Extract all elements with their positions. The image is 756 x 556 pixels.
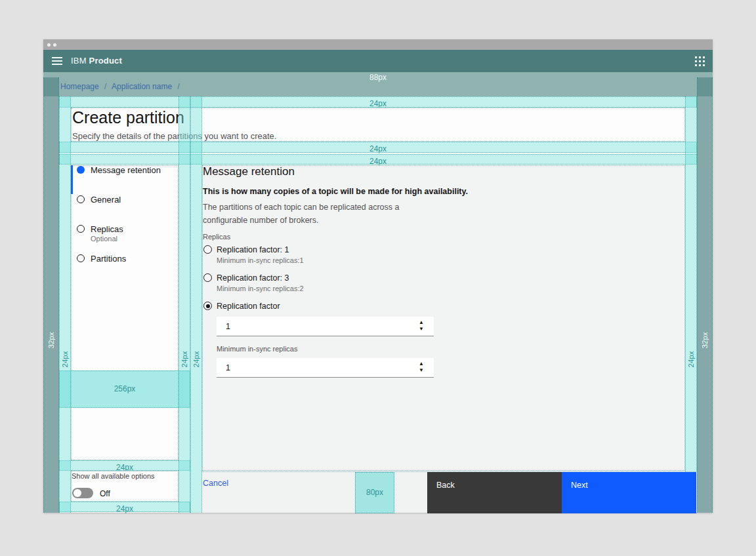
progress-sidebar xyxy=(71,165,178,460)
breadcrumb-separator: / xyxy=(177,82,179,91)
step-incomplete-icon xyxy=(77,254,85,262)
radio-helper-text: Minimum in-sync replicas:2 xyxy=(217,285,304,292)
active-step-indicator xyxy=(71,165,73,194)
min-insync-input[interactable]: 1 ▲▼ xyxy=(217,358,434,378)
back-button-label: Back xyxy=(436,481,455,490)
radio-label[interactable]: Replication factor: 3 xyxy=(217,273,289,283)
app-switcher-icon[interactable] xyxy=(695,56,705,66)
step-optional-label: Optional xyxy=(91,235,117,243)
step-description: The partitions of each topic can be repl… xyxy=(203,201,432,227)
radio-replication-factor-custom[interactable] xyxy=(203,302,212,310)
annotation-band-above-content: 24px xyxy=(59,154,697,165)
annotation-label: 24px xyxy=(687,351,695,368)
wizard-footer: Cancel 80px Back Next xyxy=(202,471,696,513)
radio-helper-text: Minimum in-sync replicas:1 xyxy=(217,256,304,264)
breadcrumb: Homepage / Application name / xyxy=(60,82,183,91)
step-incomplete-icon xyxy=(77,195,85,203)
input-value: 1 xyxy=(226,363,230,372)
annotation-right-outer-margin: 32px xyxy=(697,77,713,513)
next-button[interactable]: Next xyxy=(562,472,696,513)
annotation-left-outer-margin: 32px xyxy=(43,77,59,513)
annotation-label: 256px xyxy=(114,384,136,393)
annotation-label: 24px xyxy=(61,351,69,368)
annotation-label: 80px xyxy=(366,488,383,497)
canvas: IBM Product 88px Homepage / Application … xyxy=(0,0,756,556)
toggle-knob-icon xyxy=(74,489,81,497)
annotation-header-height: 88px xyxy=(43,73,713,82)
step-label: Partitions xyxy=(91,254,126,264)
annotation-left-inner-margin: 24px xyxy=(59,96,71,513)
radio-replication-factor-3[interactable] xyxy=(203,273,212,282)
input-value: 1 xyxy=(226,322,230,331)
annotation-right-inner-margin: 24px xyxy=(685,96,697,471)
number-stepper-icon[interactable]: ▲▼ xyxy=(417,319,426,332)
annotation-sidebar-gap-bottom: 24px xyxy=(59,502,190,512)
window-control-icon[interactable] xyxy=(53,43,56,47)
annotation-label: 24px xyxy=(116,504,133,514)
breadcrumb-band: 88px Homepage / Application name / xyxy=(43,72,713,96)
toggle-label: Show all available options xyxy=(72,472,155,480)
step-label: Replicas xyxy=(91,224,123,234)
annotation-gutter-b: 24px xyxy=(190,96,202,513)
min-insync-label: Minimum in-sync replicas xyxy=(217,345,297,353)
step-label: Message retention xyxy=(91,165,161,175)
annotation-sidebar-gap-top: 24px xyxy=(59,460,190,471)
annotation-label: 32px xyxy=(47,332,55,349)
hamburger-menu-icon[interactable] xyxy=(52,57,62,65)
annotation-label: 24px xyxy=(180,351,188,368)
window-titlebar xyxy=(43,39,713,50)
step-current-icon xyxy=(77,166,85,174)
breadcrumb-link-application[interactable]: Application name xyxy=(112,82,172,91)
radio-label[interactable]: Replication factor: 1 xyxy=(217,245,289,254)
annotation-footer-height: 80px xyxy=(355,472,394,513)
step-lead-text: This is how many copies of a topic will … xyxy=(203,187,468,196)
replication-factor-input[interactable]: 1 ▲▼ xyxy=(217,317,434,336)
breadcrumb-separator: / xyxy=(104,82,106,91)
annotation-band-top: 24px xyxy=(59,96,697,108)
show-options-toggle[interactable] xyxy=(72,488,93,498)
annotation-label: 24px xyxy=(369,144,387,154)
brand-name: Product xyxy=(89,56,123,66)
annotation-gutter-a: 24px xyxy=(178,96,190,513)
header-brand: IBM Product xyxy=(71,56,122,66)
annotation-label: 24px xyxy=(192,351,200,368)
page-subtitle: Specify the details of the partitions yo… xyxy=(72,131,276,141)
radio-replication-factor-1[interactable] xyxy=(203,245,212,254)
browser-window: IBM Product 88px Homepage / Application … xyxy=(43,39,713,513)
number-stepper-icon[interactable]: ▲▼ xyxy=(417,361,426,374)
next-button-label: Next xyxy=(571,481,588,490)
cancel-button[interactable]: Cancel xyxy=(203,479,228,488)
brand-prefix: IBM xyxy=(71,56,87,66)
step-incomplete-icon xyxy=(77,225,85,233)
annotation-band-below-title: 24px xyxy=(59,142,697,153)
annotation-label: 32px xyxy=(701,332,709,349)
breadcrumb-link-homepage[interactable]: Homepage xyxy=(60,82,99,91)
annotation-sidebar-width: 256px xyxy=(59,370,190,408)
page-title: Create partition xyxy=(72,108,184,127)
back-button[interactable]: Back xyxy=(427,472,562,513)
radio-label[interactable]: Replication factor xyxy=(217,302,280,311)
window-control-icon[interactable] xyxy=(47,43,51,47)
step-heading: Message retention xyxy=(203,165,295,178)
radio-group-label: Replicas xyxy=(203,233,230,241)
step-label: General xyxy=(91,195,121,205)
toggle-state-label: Off xyxy=(100,489,110,498)
app-header: IBM Product xyxy=(43,50,713,72)
